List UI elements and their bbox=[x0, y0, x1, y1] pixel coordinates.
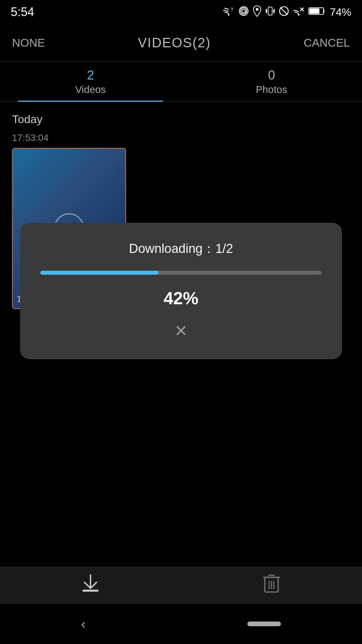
progress-bar-fill bbox=[40, 271, 159, 275]
svg-rect-13 bbox=[82, 590, 99, 592]
progress-bar-container bbox=[40, 271, 322, 275]
svg-point-3 bbox=[242, 9, 245, 13]
download-dialog: Downloading：1/2 42% ✕ bbox=[20, 223, 342, 359]
top-nav: NONE VIDEOS(2) CANCEL bbox=[0, 24, 362, 62]
delete-button[interactable] bbox=[258, 572, 285, 599]
progress-percent: 42% bbox=[164, 288, 198, 308]
status-icons: ? bbox=[223, 5, 351, 19]
none-button[interactable]: NONE bbox=[12, 36, 45, 49]
status-bar: 5:54 ? bbox=[0, 0, 362, 24]
cancel-download-button[interactable]: ✕ bbox=[170, 320, 192, 342]
trash-icon bbox=[263, 574, 280, 597]
vibrate-icon bbox=[265, 6, 275, 19]
svg-rect-12 bbox=[309, 8, 319, 14]
svg-point-0 bbox=[228, 14, 229, 15]
videos-label: Videos bbox=[75, 84, 106, 95]
tabs-container: 2 Videos 0 Photos bbox=[0, 62, 362, 102]
battery-percent: 74% bbox=[330, 6, 351, 18]
page-title: VIDEOS(2) bbox=[138, 35, 211, 50]
close-icon: ✕ bbox=[174, 323, 188, 339]
tab-videos[interactable]: 2 Videos bbox=[0, 62, 181, 102]
back-button[interactable]: ‹ bbox=[81, 616, 85, 632]
videos-count: 2 bbox=[87, 68, 94, 83]
download-icon bbox=[81, 574, 100, 598]
wifi-question-icon: ? bbox=[223, 6, 235, 18]
battery-icon bbox=[308, 6, 326, 18]
svg-line-7 bbox=[280, 7, 288, 15]
cancel-button[interactable]: CANCEL bbox=[304, 36, 350, 49]
tab-photos[interactable]: 0 Photos bbox=[181, 62, 362, 102]
svg-text:?: ? bbox=[231, 7, 233, 12]
section-today: Today bbox=[12, 113, 350, 126]
mute-icon bbox=[279, 6, 289, 18]
system-nav: ‹ bbox=[0, 604, 362, 644]
bottom-toolbar bbox=[0, 567, 362, 604]
svg-rect-5 bbox=[268, 7, 272, 15]
svg-point-10 bbox=[298, 14, 299, 15]
wifi-x-icon bbox=[293, 6, 304, 18]
content-area: Today 17:53:04 ✓ 13.60M Downloading：1/2 … bbox=[0, 102, 362, 320]
home-indicator[interactable] bbox=[247, 622, 281, 626]
video-timestamp: 17:53:04 bbox=[12, 132, 350, 143]
download-button[interactable] bbox=[77, 572, 104, 599]
photos-label: Photos bbox=[256, 84, 287, 95]
location-icon bbox=[253, 5, 261, 19]
photos-count: 0 bbox=[268, 68, 275, 83]
status-time: 5:54 bbox=[11, 5, 34, 19]
at-icon bbox=[239, 6, 249, 18]
svg-point-4 bbox=[256, 8, 258, 11]
dialog-title: Downloading：1/2 bbox=[129, 240, 233, 257]
